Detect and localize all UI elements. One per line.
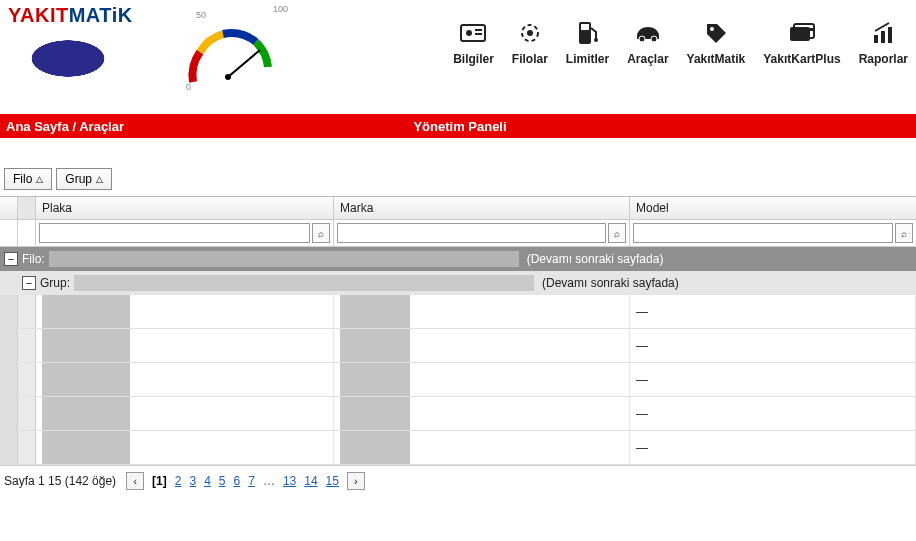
- card-icon: [788, 18, 816, 48]
- model-value: —: [636, 339, 648, 353]
- redacted-filo-name: [49, 251, 519, 267]
- brand-text: YAKITMATiK: [8, 4, 178, 27]
- redacted-plaka: [42, 329, 130, 362]
- pager-page-link[interactable]: 4: [204, 474, 211, 488]
- col-header-model[interactable]: Model: [630, 197, 916, 219]
- filter-input-marka[interactable]: [337, 223, 606, 243]
- table-row[interactable]: —: [0, 431, 916, 465]
- nav-filolar[interactable]: Filolar: [512, 18, 548, 66]
- group-btn-label: Grup: [65, 172, 92, 186]
- pager-page-link[interactable]: 7: [248, 474, 255, 488]
- car-icon: [633, 18, 663, 48]
- expand-col-header: [0, 197, 18, 219]
- pager-page-link[interactable]: 3: [189, 474, 196, 488]
- svg-point-13: [710, 27, 714, 31]
- redacted-plaka: [42, 431, 130, 464]
- group-filo-prefix: Filo:: [22, 252, 45, 266]
- filter-icon[interactable]: ⌕: [312, 223, 330, 243]
- group-row-filo: − Filo: (Devamı sonraki sayfada): [0, 247, 916, 271]
- chart-icon: [871, 18, 895, 48]
- nav-limitler[interactable]: Limitler: [566, 18, 609, 66]
- vehicles-grid: Plaka Marka Model ⌕ ⌕ ⌕ − Filo:: [0, 196, 916, 465]
- redacted-marka: [340, 363, 410, 396]
- fuel-pump-icon: [577, 18, 599, 48]
- brand-part2: MATiK: [69, 4, 133, 26]
- table-row[interactable]: —: [0, 363, 916, 397]
- pager-prev-button[interactable]: ‹: [126, 472, 144, 490]
- nav-label: Filolar: [512, 52, 548, 66]
- nav-label: YakıtMatik: [687, 52, 746, 66]
- group-btn-label: Filo: [13, 172, 32, 186]
- brand-part1: YAKIT: [8, 4, 69, 26]
- main-nav: Bilgiler Filolar Limitler Araçlar YakıtM…: [288, 4, 908, 66]
- pager-pages: ‹ [1] 2 3 4 5 6 7 … 13 14 15 ›: [126, 472, 365, 490]
- pager-page-link[interactable]: 5: [219, 474, 226, 488]
- nav-label: Raporlar: [859, 52, 908, 66]
- svg-rect-18: [881, 31, 885, 43]
- nav-label: Limitler: [566, 52, 609, 66]
- nav-yakitkartplus[interactable]: YakıtKartPlus: [763, 18, 840, 66]
- svg-rect-17: [874, 35, 878, 43]
- nav-raporlar[interactable]: Raporlar: [859, 18, 908, 66]
- svg-point-12: [651, 36, 657, 42]
- pager-page-link[interactable]: 15: [326, 474, 339, 488]
- model-value: —: [636, 305, 648, 319]
- svg-rect-9: [581, 24, 589, 30]
- filter-input-model[interactable]: [633, 223, 893, 243]
- svg-line-0: [228, 50, 260, 77]
- nav-araclar[interactable]: Araçlar: [627, 18, 668, 66]
- nav-label: YakıtKartPlus: [763, 52, 840, 66]
- gauge-icon: 0 50 100: [178, 4, 288, 94]
- collapse-icon[interactable]: −: [22, 276, 36, 290]
- filter-icon[interactable]: ⌕: [608, 223, 626, 243]
- redacted-grup-name: [74, 275, 534, 291]
- nav-yakitmatik[interactable]: YakıtMatik: [687, 18, 746, 66]
- filter-icon[interactable]: ⌕: [895, 223, 913, 243]
- target-icon: [518, 18, 542, 48]
- pager-page-link[interactable]: 13: [283, 474, 296, 488]
- collapse-icon[interactable]: −: [4, 252, 18, 266]
- grid-body: — — — — —: [0, 295, 916, 465]
- group-grup-prefix: Grup:: [40, 276, 70, 290]
- brand-logo: YAKITMATiK: [8, 4, 178, 86]
- gauge-min: 0: [186, 82, 191, 92]
- group-btn-grup[interactable]: Grup △: [56, 168, 112, 190]
- model-value: —: [636, 407, 648, 421]
- grid-filter-row: ⌕ ⌕ ⌕: [0, 220, 916, 247]
- table-row[interactable]: —: [0, 295, 916, 329]
- sort-asc-icon: △: [96, 174, 103, 184]
- grid-header-row: Plaka Marka Model: [0, 197, 916, 220]
- table-row[interactable]: —: [0, 329, 916, 363]
- group-by-row: Filo △ Grup △: [0, 168, 916, 190]
- nav-bilgiler[interactable]: Bilgiler: [453, 18, 494, 66]
- page-banner: Ana Sayfa / Araçlar Yönetim Paneli: [0, 114, 916, 138]
- group-filo-continued: (Devamı sonraki sayfada): [527, 252, 664, 266]
- pager-page-link[interactable]: 6: [234, 474, 241, 488]
- pager-page-link[interactable]: 14: [304, 474, 317, 488]
- redacted-marka: [340, 295, 410, 328]
- pager: Sayfa 1 15 (142 öğe) ‹ [1] 2 3 4 5 6 7 ……: [0, 465, 916, 496]
- group-grup-continued: (Devamı sonraki sayfada): [542, 276, 679, 290]
- col-header-plaka[interactable]: Plaka: [36, 197, 334, 219]
- sort-asc-icon: △: [36, 174, 43, 184]
- gauge-mid: 50: [196, 10, 206, 20]
- pager-page-current: [1]: [152, 474, 167, 488]
- col-header-marka[interactable]: Marka: [334, 197, 630, 219]
- svg-point-3: [466, 30, 472, 36]
- redacted-marka: [340, 397, 410, 430]
- page-title: Yönetim Paneli: [124, 119, 796, 134]
- nav-label: Araçlar: [627, 52, 668, 66]
- group-row-grup: − Grup: (Devamı sonraki sayfada): [0, 271, 916, 295]
- group-btn-filo[interactable]: Filo △: [4, 168, 52, 190]
- nav-label: Bilgiler: [453, 52, 494, 66]
- table-row[interactable]: —: [0, 397, 916, 431]
- redacted-marka: [340, 431, 410, 464]
- redacted-plaka: [42, 363, 130, 396]
- filter-input-plaka[interactable]: [39, 223, 310, 243]
- pager-page-link[interactable]: 2: [175, 474, 182, 488]
- svg-rect-19: [888, 27, 892, 43]
- indent-col-header: [18, 197, 36, 219]
- pager-next-button[interactable]: ›: [347, 472, 365, 490]
- pager-ellipsis: …: [263, 474, 275, 488]
- svg-point-1: [225, 74, 231, 80]
